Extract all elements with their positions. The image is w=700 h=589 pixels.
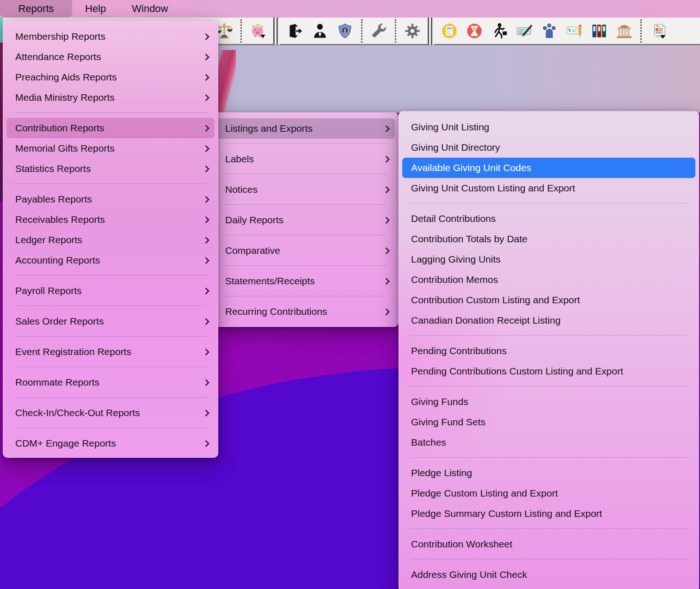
menu-item-label: Pending Contributions <box>411 345 689 356</box>
check-pen-icon[interactable] <box>516 21 533 41</box>
menu-item-label: Pledge Listing <box>411 467 689 479</box>
menu-item-label: Accounting Reports <box>15 255 198 266</box>
menu-item[interactable]: Daily Reports <box>216 210 395 230</box>
bank-icon[interactable] <box>615 21 633 41</box>
menubar-item-reports[interactable]: Reports <box>0 0 72 18</box>
menu-item[interactable]: Giving Fund Sets <box>402 412 695 432</box>
menu-item-label: Listings and Exports <box>225 123 378 134</box>
menu-item[interactable]: Contribution Memos <box>402 270 695 290</box>
menu-item[interactable]: Pledge Summary Custom Listing and Export <box>402 503 695 524</box>
shield-icon[interactable] <box>336 21 354 41</box>
menu-separator <box>410 386 688 387</box>
check-pencil-icon[interactable] <box>565 21 583 41</box>
menu-item[interactable]: Recurring Contributions <box>216 301 395 322</box>
menu-item[interactable]: Comparative <box>216 240 395 261</box>
menu-separator <box>14 336 207 337</box>
menu-item-label: Payroll Reports <box>15 285 198 296</box>
toolbar-group-separator <box>273 17 280 45</box>
menu-item[interactable]: Pledge Listing <box>402 463 695 483</box>
menu-item-label: Giving Funds <box>411 396 689 407</box>
menu-separator <box>14 306 207 306</box>
menu-item[interactable]: CDM+ Engage Reports <box>6 433 215 454</box>
hourglass-icon[interactable] <box>466 21 483 41</box>
menu-item[interactable]: Statistics Reports <box>6 159 215 179</box>
menu-item-label: Pledge Summary Custom Listing and Export <box>411 508 689 519</box>
menu-item[interactable]: Payroll Reports <box>6 281 215 301</box>
person-money-icon[interactable] <box>540 21 558 41</box>
menu-item[interactable]: Detail Contributions <box>402 209 695 229</box>
chevron-right-icon <box>383 216 390 224</box>
menu-item-label: Batches <box>411 437 689 448</box>
binders-icon[interactable] <box>590 21 608 41</box>
menu-separator <box>224 204 387 205</box>
menu-item-label: Contribution Custom Listing and Export <box>411 294 689 306</box>
menu-item[interactable]: Media Ministry Reports <box>6 87 215 108</box>
menu-item-label: Attendance Reports <box>15 51 198 62</box>
menu-item[interactable]: Attendance Reports <box>6 47 215 67</box>
menu-separator <box>410 528 688 529</box>
exit-door-icon[interactable] <box>286 21 304 41</box>
menu-item[interactable]: Contribution Custom Listing and Export <box>402 290 695 310</box>
menu-item[interactable]: Notices <box>216 179 395 200</box>
menu-item[interactable]: Ledger Reports <box>6 230 215 250</box>
menu-item[interactable]: Pending Contributions Custom Listing and… <box>402 361 695 381</box>
menu-item-label: Daily Reports <box>225 215 378 226</box>
chevron-right-icon <box>203 318 210 325</box>
listings-and-exports-submenu: Giving Unit Listing Giving Unit Director… <box>399 111 699 589</box>
chevron-right-icon <box>203 165 210 172</box>
menu-item[interactable]: Roommate Reports <box>6 372 215 393</box>
menu-item[interactable]: Pending Contributions <box>402 341 695 361</box>
menu-item-label: Giving Unit Directory <box>411 142 689 153</box>
menu-item[interactable]: Memorial Gifts Reports <box>6 138 215 159</box>
menu-item-label: Contribution Reports <box>15 123 198 134</box>
menu-item[interactable]: Giving Unit Custom Listing and Export <box>402 178 695 198</box>
menu-item-label: Giving Unit Custom Listing and Export <box>411 183 689 194</box>
menu-separator <box>14 275 207 276</box>
piggy-bank-icon[interactable] <box>249 21 267 41</box>
menu-item[interactable]: Listings and Exports <box>216 118 395 139</box>
menu-item[interactable]: Statements/Receipts <box>216 271 395 291</box>
wrench-icon[interactable] <box>370 21 387 41</box>
walking-person-icon[interactable] <box>491 21 508 41</box>
menu-item[interactable]: Canadian Donation Receipt Listing <box>402 310 695 331</box>
chevron-right-icon <box>203 216 210 223</box>
menu-item[interactable]: Contribution Worksheet <box>402 534 695 554</box>
menu-item-label: Ledger Reports <box>15 234 198 245</box>
menu-item[interactable]: Event Registration Reports <box>6 342 215 362</box>
menu-separator <box>14 112 207 113</box>
menu-item[interactable]: Lagging Giving Units <box>402 249 695 270</box>
menu-item[interactable]: Sales Order Reports <box>6 311 215 331</box>
menu-item[interactable]: Batches <box>402 432 695 453</box>
menu-item[interactable]: Pledge Custom Listing and Export <box>402 483 695 503</box>
chevron-right-icon <box>203 33 210 40</box>
menu-item[interactable]: Accounting Reports <box>6 250 215 270</box>
gear-icon[interactable] <box>404 21 421 41</box>
menu-item[interactable]: Giving Unit Listing <box>402 117 695 137</box>
menu-item-label: Membership Reports <box>15 31 198 42</box>
person-icon[interactable] <box>311 21 329 41</box>
menu-item[interactable]: Receivables Reports <box>6 209 215 230</box>
menu-item[interactable]: Contribution Totals by Date <box>402 229 695 249</box>
menu-item-label: Detail Contributions <box>411 213 689 224</box>
menu-item[interactable]: Giving Funds <box>402 392 695 412</box>
document-icon[interactable] <box>649 21 667 41</box>
menu-item[interactable]: Address Giving Unit Check <box>402 564 695 585</box>
menu-item[interactable]: Contribution Reports <box>6 118 215 138</box>
calculator-icon[interactable] <box>441 21 458 41</box>
menu-item[interactable]: Check-In/Check-Out Reports <box>6 403 215 423</box>
chevron-right-icon <box>383 125 390 132</box>
menu-item[interactable]: Preaching Aids Reports <box>6 67 215 87</box>
menu-item-label: Receivables Reports <box>15 214 198 225</box>
menu-item[interactable]: Payables Reports <box>6 189 215 209</box>
menu-item[interactable]: Labels <box>216 149 395 169</box>
menu-item-label: CDM+ Engage Reports <box>15 438 198 449</box>
menu-separator <box>224 296 387 296</box>
menu-item-label: Canadian Donation Receipt Listing <box>411 315 689 326</box>
menu-item[interactable]: Membership Reports <box>6 26 215 47</box>
menu-item[interactable]: Giving Unit Directory <box>402 137 695 158</box>
menubar-item-window[interactable]: Window <box>119 0 181 18</box>
menu-item[interactable]: Available Giving Unit Codes <box>402 158 695 178</box>
menu-item-label: Pledge Custom Listing and Export <box>411 488 689 499</box>
chevron-right-icon <box>203 124 210 132</box>
menubar-item-help[interactable]: Help <box>72 0 119 18</box>
